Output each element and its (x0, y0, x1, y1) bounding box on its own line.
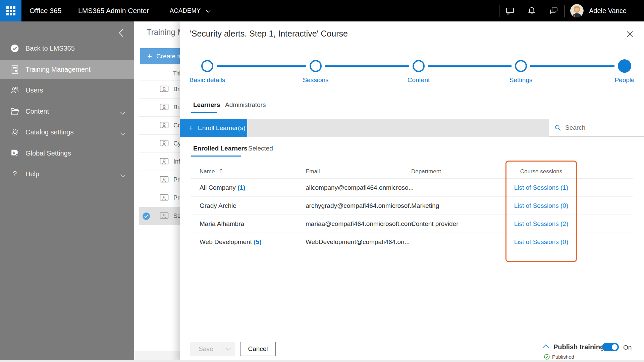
column-header-course-sessions: Course sessions (505, 168, 577, 175)
plus-icon: + (189, 123, 193, 133)
list-of-sessions-link[interactable]: List of Sessions (0) (514, 238, 569, 245)
group-count-link[interactable]: (1) (237, 184, 245, 191)
list-of-sessions-link[interactable]: List of Sessions (0) (514, 202, 569, 209)
publish-section-collapse-button[interactable] (542, 344, 549, 351)
step-label-sessions[interactable]: Sessions (287, 76, 344, 84)
learner-email: WebDevelopment@compafi464.on... (306, 233, 410, 251)
sidebar-item-back-to-lms365[interactable]: Back to LMS365 (0, 39, 134, 58)
chat-button[interactable] (503, 4, 517, 17)
close-button[interactable] (623, 27, 637, 42)
search-input[interactable] (565, 124, 639, 131)
lms365-circle-check-icon (10, 44, 19, 53)
users-icon (10, 85, 19, 95)
step-circle-settings[interactable] (515, 60, 527, 72)
sidebar-item-label: Global Settings (25, 149, 71, 157)
topbar-divider (71, 5, 71, 17)
course-badge-icon (160, 104, 169, 111)
sidebar-item-label: Help (25, 170, 39, 178)
table-row: All Company (1) allcompany@compafi464.on… (191, 179, 633, 197)
step-circle-basic-details[interactable] (201, 60, 213, 72)
sidebar-item-label: Training Management (25, 66, 91, 73)
course-badge-icon (160, 194, 169, 202)
stepper-connector (428, 65, 512, 67)
sidebar-item-global-settings[interactable]: A Global Settings (0, 143, 134, 163)
subtab-enrolled-learners[interactable]: Enrolled Learners (193, 145, 248, 152)
step-label-settings[interactable]: Settings (492, 76, 549, 84)
chevron-down-icon (120, 109, 125, 116)
search-box (549, 119, 644, 137)
app-launcher-button[interactable] (0, 0, 21, 21)
save-button[interactable]: Save (190, 342, 235, 356)
learner-name: Maria Alhambra (200, 215, 244, 233)
sidebar-item-label: Users (25, 86, 43, 94)
footer-divider (180, 338, 644, 338)
published-check-icon (544, 354, 550, 360)
toggle-knob (612, 344, 618, 350)
sidebar-item-content[interactable]: Content (0, 102, 134, 121)
enroll-learners-button[interactable]: + Enroll Learner(s) (180, 119, 247, 137)
tenant-name: ACADEMY (170, 7, 201, 14)
admin-center-title[interactable]: LMS365 Admin Center (78, 0, 149, 21)
learner-email: allcompany@compafi464.onmicroso... (306, 179, 414, 197)
sidebar-item-training-management[interactable]: Training Management (0, 60, 134, 79)
column-header-department: Department (411, 168, 441, 175)
publish-toggle[interactable] (602, 343, 619, 351)
training-document-icon (10, 65, 19, 74)
list-of-sessions-link[interactable]: List of Sessions (2) (514, 220, 569, 227)
learner-name: All Company (1) (200, 179, 245, 197)
tenant-selector[interactable]: ACADEMY (170, 0, 211, 21)
course-badge-icon (160, 212, 169, 220)
step-label-content[interactable]: Content (390, 76, 447, 84)
course-badge-icon (160, 140, 169, 147)
course-badge-icon (160, 158, 169, 166)
step-label-people[interactable]: People (596, 76, 644, 84)
list-of-sessions-link[interactable]: List of Sessions (1) (514, 184, 569, 191)
course-badge-icon (160, 176, 169, 184)
plus-icon: + (147, 52, 152, 61)
learner-name: Grady Archie (200, 197, 236, 215)
dialog-title: 'Security alerts. Step 1, Interactive' C… (190, 29, 348, 39)
notifications-button[interactable] (525, 4, 538, 17)
admin-sidebar: Back to LMS365 Training Management Users… (0, 21, 134, 362)
sidebar-item-label: Catalog settings (25, 128, 73, 136)
group-count-link[interactable]: (5) (254, 238, 261, 245)
close-icon (626, 31, 634, 38)
column-header-title[interactable]: Titl (173, 70, 180, 77)
sidebar-item-label: Back to LMS365 (25, 45, 75, 52)
sort-ascending-icon (219, 168, 223, 173)
row-title-partial: Inf (173, 158, 180, 165)
step-circle-sessions[interactable] (310, 60, 322, 72)
course-badge-icon (160, 85, 169, 93)
active-tab-underline (191, 112, 217, 113)
avatar-photo (570, 4, 584, 17)
cancel-button[interactable]: Cancel (240, 342, 276, 356)
sidebar-item-label: Content (25, 108, 49, 115)
feedback-button[interactable] (547, 4, 560, 17)
sidebar-item-catalog-settings[interactable]: Catalog settings (0, 122, 134, 142)
sidebar-collapse-button[interactable] (118, 28, 124, 39)
help-icon: ? (10, 169, 19, 179)
step-circle-people-active[interactable] (618, 59, 631, 73)
column-header-email: Email (306, 168, 320, 175)
page-title-partial: Training M (147, 27, 184, 37)
chevron-down-icon (206, 10, 211, 13)
step-circle-content[interactable] (413, 60, 425, 72)
learner-department: Marketing (411, 197, 439, 215)
user-name[interactable]: Adele Vance (589, 0, 627, 21)
column-header-name[interactable]: Name (200, 168, 223, 175)
step-label-basic-details[interactable]: Basic details (179, 76, 236, 84)
stepper-connector (217, 65, 306, 67)
chevron-down-icon (120, 171, 125, 179)
brand-office365[interactable]: Office 365 (30, 0, 61, 21)
svg-text:A: A (13, 151, 15, 155)
chevron-left-icon (118, 28, 124, 38)
tab-administrators[interactable]: Administrators (225, 101, 266, 109)
chevron-up-icon (542, 344, 549, 349)
subtab-selected[interactable]: Selected (248, 145, 273, 152)
sidebar-item-users[interactable]: Users (0, 80, 134, 100)
tab-learners[interactable]: Learners (193, 101, 220, 109)
folder-icon (10, 107, 19, 116)
save-options-button[interactable] (222, 348, 234, 351)
user-avatar[interactable] (570, 4, 584, 17)
sidebar-item-help[interactable]: ? Help (0, 164, 134, 184)
